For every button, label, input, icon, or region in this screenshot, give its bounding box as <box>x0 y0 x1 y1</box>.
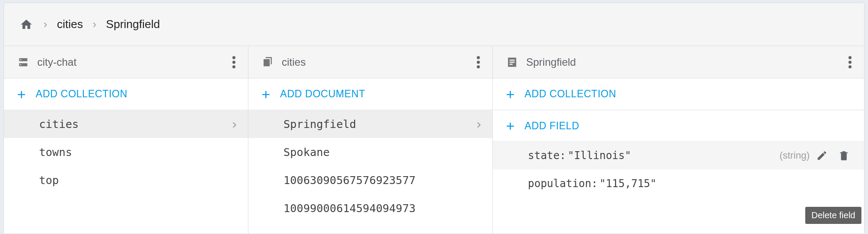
panel-title: Springfield <box>526 56 845 68</box>
collection-row[interactable]: top <box>4 166 248 194</box>
document-row[interactable]: 10063090567576923577 <box>248 166 492 194</box>
chevron-right-icon: › <box>93 18 97 31</box>
field-value: "115,715" <box>599 177 656 190</box>
svg-point-2 <box>233 56 236 59</box>
document-list: Springfield›Spokane100630905675769235771… <box>248 110 492 234</box>
add-label: ADD FIELD <box>524 120 579 132</box>
panel-menu-button[interactable] <box>845 53 855 72</box>
chevron-right-icon: › <box>230 117 238 132</box>
collection-row[interactable]: towns <box>4 138 248 166</box>
add-label: ADD DOCUMENT <box>280 88 365 100</box>
add-document-button[interactable]: + ADD DOCUMENT <box>248 78 492 110</box>
collection-panel: cities + ADD DOCUMENT Springfield›Spokan… <box>248 46 493 234</box>
svg-point-13 <box>849 65 852 68</box>
plus-icon: + <box>17 87 26 102</box>
document-row-label: Spokane <box>283 146 330 159</box>
field-row[interactable]: population: "115,715" <box>493 170 864 198</box>
svg-point-6 <box>477 60 480 64</box>
svg-point-4 <box>233 65 236 68</box>
document-row-label: 10099000614594094973 <box>283 202 416 215</box>
svg-point-5 <box>477 56 480 59</box>
collection-row-label: towns <box>39 146 72 159</box>
collection-icon <box>262 56 274 68</box>
add-collection-button[interactable]: + ADD COLLECTION <box>493 78 864 110</box>
document-row-label: Springfield <box>283 118 356 131</box>
plus-icon: + <box>506 118 515 133</box>
edit-field-button[interactable] <box>812 146 832 165</box>
collection-row[interactable]: cities› <box>4 110 248 138</box>
collection-row-label: top <box>39 174 59 187</box>
breadcrumb-item-document[interactable]: Springfield <box>106 18 160 31</box>
add-label: ADD COLLECTION <box>524 88 616 100</box>
svg-point-3 <box>233 60 236 64</box>
add-collection-button[interactable]: + ADD COLLECTION <box>4 78 248 110</box>
field-row[interactable]: state: "Illinois"(string) <box>493 142 864 170</box>
delete-field-button[interactable] <box>834 146 854 165</box>
add-label: ADD COLLECTION <box>36 88 127 100</box>
panel-menu-button[interactable] <box>229 53 239 72</box>
document-panel: Springfield + ADD COLLECTION + ADD FIELD… <box>493 46 864 234</box>
svg-rect-10 <box>509 64 513 64</box>
field-type: (string) <box>780 150 810 161</box>
collection-list: cities›townstop <box>4 110 248 234</box>
document-row[interactable]: Spokane <box>248 138 492 166</box>
chevron-right-icon: › <box>43 18 47 31</box>
panel-header-database: city-chat <box>4 46 248 78</box>
pencil-icon <box>816 150 828 161</box>
add-field-button[interactable]: + ADD FIELD <box>493 110 864 142</box>
field-name: state: <box>528 149 566 162</box>
database-panel: city-chat + ADD COLLECTION cities›townst… <box>4 46 248 234</box>
svg-rect-8 <box>509 60 515 60</box>
field-name: population: <box>528 177 598 190</box>
database-icon <box>17 56 29 68</box>
more-vert-icon <box>848 56 852 68</box>
svg-point-12 <box>849 60 852 64</box>
document-icon <box>506 56 518 68</box>
panel-header-collection: cities <box>248 46 492 78</box>
plus-icon: + <box>506 87 515 102</box>
document-row-label: 10063090567576923577 <box>283 174 416 187</box>
field-list: state: "Illinois"(string)population: "11… <box>493 142 864 198</box>
svg-rect-9 <box>509 61 515 62</box>
chevron-right-icon: › <box>475 117 483 132</box>
panel-header-document: Springfield <box>493 46 864 78</box>
document-row[interactable]: 10099000614594094973 <box>248 194 492 222</box>
svg-point-7 <box>477 65 480 68</box>
panel-menu-button[interactable] <box>473 53 484 72</box>
svg-point-11 <box>849 56 852 59</box>
panel-title: city-chat <box>37 56 229 68</box>
document-row[interactable]: Springfield› <box>248 110 492 138</box>
field-value: "Illinois" <box>568 149 631 162</box>
breadcrumb: › cities › Springfield <box>4 3 864 46</box>
svg-point-1 <box>20 64 21 65</box>
plus-icon: + <box>262 87 270 102</box>
more-vert-icon <box>232 56 236 68</box>
panel-title: cities <box>282 56 473 68</box>
collection-row-label: cities <box>39 118 79 131</box>
breadcrumb-item-collection[interactable]: cities <box>57 18 83 31</box>
home-icon[interactable] <box>19 18 34 31</box>
more-vert-icon <box>477 56 480 68</box>
svg-point-0 <box>20 59 21 60</box>
trash-icon <box>838 150 850 161</box>
